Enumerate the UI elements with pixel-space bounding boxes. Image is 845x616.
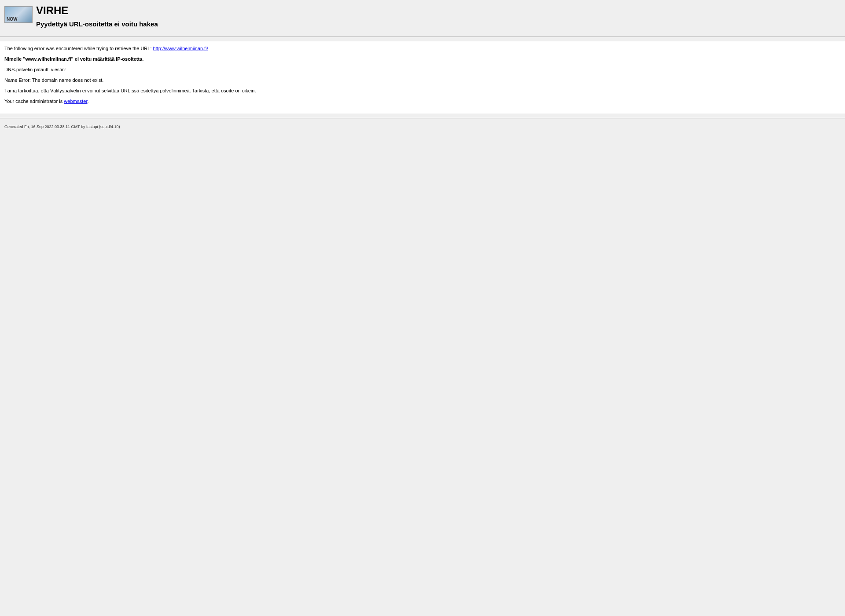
header-content: NOW VIRHE Pyydettyä URL-osoitetta ei voi… <box>4 4 841 28</box>
footer-section: Generated Fri, 16 Sep 2022 03:38:11 GMT … <box>0 123 845 131</box>
admin-paragraph: Your cache administrator is webmaster. <box>4 99 841 104</box>
admin-text: Your cache administrator is <box>4 99 64 104</box>
content-section: The following error was encountered whil… <box>0 41 845 114</box>
divider-bottom <box>0 118 845 118</box>
dns-message: DNS-palvelin palautti viestin: <box>4 67 841 72</box>
name-error: Name Error: The domain name does not exi… <box>4 77 841 83</box>
footer-text: Generated Fri, 16 Sep 2022 03:38:11 GMT … <box>4 125 841 129</box>
intro-paragraph: The following error was encountered whil… <box>4 46 841 51</box>
divider-top <box>0 37 845 37</box>
admin-suffix: . <box>88 99 89 104</box>
explanation: Tämä tarkoittaa, että Välityspalvelin ei… <box>4 88 841 93</box>
error-bold-message: Nimelle "www.wilhelmiinan.fi" ei voitu m… <box>4 56 841 62</box>
header-section: NOW VIRHE Pyydettyä URL-osoitetta ei voi… <box>0 0 845 32</box>
admin-link[interactable]: webmaster <box>64 99 87 104</box>
header-text: VIRHE Pyydettyä URL-osoitetta ei voitu h… <box>36 4 841 28</box>
url-link[interactable]: http://www.wilhelmiinan.fi/ <box>153 46 208 51</box>
error-title: VIRHE <box>36 4 841 17</box>
logo-text: NOW <box>7 17 17 22</box>
intro-text: The following error was encountered whil… <box>4 46 153 51</box>
error-subtitle: Pyydettyä URL-osoitetta ei voitu hakea <box>36 20 841 28</box>
squid-logo: NOW <box>4 6 33 23</box>
